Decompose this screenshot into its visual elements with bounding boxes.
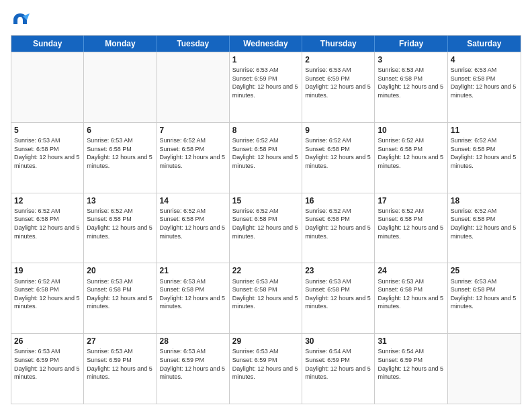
cell-info: Sunrise: 6:53 AM Sunset: 6:58 PM Dayligh…	[87, 136, 153, 170]
cell-info: Sunrise: 6:53 AM Sunset: 6:59 PM Dayligh…	[305, 66, 371, 99]
calendar-cell: 22Sunrise: 6:53 AM Sunset: 6:58 PM Dayli…	[230, 263, 302, 333]
calendar-cell: 1Sunrise: 6:53 AM Sunset: 6:59 PM Daylig…	[230, 52, 302, 122]
day-number: 3	[378, 54, 444, 65]
calendar-row-5: 26Sunrise: 6:53 AM Sunset: 6:59 PM Dayli…	[11, 333, 521, 404]
calendar-cell: 7Sunrise: 6:52 AM Sunset: 6:58 PM Daylig…	[157, 123, 230, 193]
cell-info: Sunrise: 6:53 AM Sunset: 6:58 PM Dayligh…	[378, 277, 444, 311]
cell-info: Sunrise: 6:52 AM Sunset: 6:58 PM Dayligh…	[87, 207, 153, 240]
cell-info: Sunrise: 6:53 AM Sunset: 6:58 PM Dayligh…	[232, 277, 299, 311]
cell-info: Sunrise: 6:53 AM Sunset: 6:59 PM Dayligh…	[232, 347, 299, 381]
calendar-cell: 11Sunrise: 6:52 AM Sunset: 6:58 PM Dayli…	[448, 123, 521, 193]
cell-info: Sunrise: 6:53 AM Sunset: 6:59 PM Dayligh…	[160, 347, 226, 381]
header-day-monday: Monday	[84, 36, 157, 52]
day-number: 15	[232, 195, 299, 206]
cell-info: Sunrise: 6:52 AM Sunset: 6:58 PM Dayligh…	[232, 207, 299, 240]
cell-info: Sunrise: 6:53 AM Sunset: 6:59 PM Dayligh…	[87, 347, 153, 381]
day-number: 30	[305, 336, 371, 347]
day-number: 20	[87, 265, 153, 276]
calendar-cell: 9Sunrise: 6:52 AM Sunset: 6:58 PM Daylig…	[302, 123, 375, 193]
header-day-wednesday: Wednesday	[230, 36, 302, 52]
day-number: 7	[160, 125, 226, 136]
calendar-cell: 17Sunrise: 6:52 AM Sunset: 6:58 PM Dayli…	[375, 193, 447, 263]
cell-info: Sunrise: 6:53 AM Sunset: 6:58 PM Dayligh…	[160, 277, 226, 311]
day-number: 8	[232, 125, 299, 136]
cell-info: Sunrise: 6:52 AM Sunset: 6:58 PM Dayligh…	[451, 207, 518, 240]
cell-info: Sunrise: 6:52 AM Sunset: 6:58 PM Dayligh…	[378, 136, 444, 170]
calendar-cell: 18Sunrise: 6:52 AM Sunset: 6:58 PM Dayli…	[448, 193, 521, 263]
calendar-cell	[157, 52, 230, 122]
day-number: 9	[305, 125, 371, 136]
cell-info: Sunrise: 6:52 AM Sunset: 6:58 PM Dayligh…	[160, 207, 226, 240]
page: SundayMondayTuesdayWednesdayThursdayFrid…	[0, 0, 532, 411]
cell-info: Sunrise: 6:53 AM Sunset: 6:58 PM Dayligh…	[14, 136, 81, 170]
calendar-cell: 6Sunrise: 6:53 AM Sunset: 6:58 PM Daylig…	[84, 123, 157, 193]
calendar-cell: 28Sunrise: 6:53 AM Sunset: 6:59 PM Dayli…	[157, 334, 230, 404]
calendar-cell: 29Sunrise: 6:53 AM Sunset: 6:59 PM Dayli…	[230, 334, 302, 404]
calendar-cell: 31Sunrise: 6:54 AM Sunset: 6:59 PM Dayli…	[375, 334, 447, 404]
cell-info: Sunrise: 6:53 AM Sunset: 6:58 PM Dayligh…	[451, 277, 518, 311]
cell-info: Sunrise: 6:53 AM Sunset: 6:58 PM Dayligh…	[378, 66, 444, 99]
calendar-row-3: 12Sunrise: 6:52 AM Sunset: 6:58 PM Dayli…	[11, 193, 521, 263]
day-number: 19	[14, 265, 81, 276]
cell-info: Sunrise: 6:54 AM Sunset: 6:59 PM Dayligh…	[305, 347, 371, 381]
header-day-friday: Friday	[375, 36, 447, 52]
day-number: 18	[451, 195, 518, 206]
calendar-cell: 24Sunrise: 6:53 AM Sunset: 6:58 PM Dayli…	[375, 263, 447, 333]
calendar-cell: 21Sunrise: 6:53 AM Sunset: 6:58 PM Dayli…	[157, 263, 230, 333]
day-number: 11	[451, 125, 518, 136]
calendar-cell: 16Sunrise: 6:52 AM Sunset: 6:58 PM Dayli…	[302, 193, 375, 263]
calendar-cell: 19Sunrise: 6:52 AM Sunset: 6:58 PM Dayli…	[11, 263, 84, 333]
cell-info: Sunrise: 6:52 AM Sunset: 6:58 PM Dayligh…	[160, 136, 226, 170]
cell-info: Sunrise: 6:53 AM Sunset: 6:59 PM Dayligh…	[232, 66, 299, 99]
day-number: 6	[87, 125, 153, 136]
cell-info: Sunrise: 6:52 AM Sunset: 6:58 PM Dayligh…	[305, 136, 371, 170]
day-number: 21	[160, 265, 226, 276]
day-number: 17	[378, 195, 444, 206]
day-number: 29	[232, 336, 299, 347]
calendar-cell: 12Sunrise: 6:52 AM Sunset: 6:58 PM Dayli…	[11, 193, 84, 263]
logo-icon	[11, 11, 30, 30]
calendar-cell	[84, 52, 157, 122]
calendar-row-4: 19Sunrise: 6:52 AM Sunset: 6:58 PM Dayli…	[11, 263, 521, 333]
day-number: 28	[160, 336, 226, 347]
day-number: 14	[160, 195, 226, 206]
calendar-cell: 30Sunrise: 6:54 AM Sunset: 6:59 PM Dayli…	[302, 334, 375, 404]
day-number: 4	[451, 54, 518, 65]
day-number: 13	[87, 195, 153, 206]
header-day-saturday: Saturday	[448, 36, 521, 52]
cell-info: Sunrise: 6:53 AM Sunset: 6:58 PM Dayligh…	[451, 66, 518, 99]
day-number: 22	[232, 265, 299, 276]
cell-info: Sunrise: 6:52 AM Sunset: 6:58 PM Dayligh…	[451, 136, 518, 170]
calendar-header: SundayMondayTuesdayWednesdayThursdayFrid…	[11, 36, 521, 52]
cell-info: Sunrise: 6:52 AM Sunset: 6:58 PM Dayligh…	[305, 207, 371, 240]
day-number: 27	[87, 336, 153, 347]
calendar-cell	[11, 52, 84, 122]
day-number: 5	[14, 125, 81, 136]
header-day-sunday: Sunday	[11, 36, 84, 52]
calendar-cell: 5Sunrise: 6:53 AM Sunset: 6:58 PM Daylig…	[11, 123, 84, 193]
cell-info: Sunrise: 6:52 AM Sunset: 6:58 PM Dayligh…	[378, 207, 444, 240]
day-number: 31	[378, 336, 444, 347]
day-number: 12	[14, 195, 81, 206]
logo	[11, 11, 32, 30]
day-number: 1	[232, 54, 299, 65]
day-number: 16	[305, 195, 371, 206]
calendar-cell: 23Sunrise: 6:53 AM Sunset: 6:58 PM Dayli…	[302, 263, 375, 333]
calendar-cell	[448, 334, 521, 404]
header-day-tuesday: Tuesday	[157, 36, 230, 52]
calendar: SundayMondayTuesdayWednesdayThursdayFrid…	[11, 35, 521, 404]
day-number: 26	[14, 336, 81, 347]
cell-info: Sunrise: 6:54 AM Sunset: 6:59 PM Dayligh…	[378, 347, 444, 381]
cell-info: Sunrise: 6:53 AM Sunset: 6:58 PM Dayligh…	[87, 277, 153, 311]
calendar-cell: 10Sunrise: 6:52 AM Sunset: 6:58 PM Dayli…	[375, 123, 447, 193]
day-number: 23	[305, 265, 371, 276]
calendar-cell: 3Sunrise: 6:53 AM Sunset: 6:58 PM Daylig…	[375, 52, 447, 122]
day-number: 25	[451, 265, 518, 276]
day-number: 10	[378, 125, 444, 136]
calendar-row-1: 1Sunrise: 6:53 AM Sunset: 6:59 PM Daylig…	[11, 52, 521, 122]
calendar-row-2: 5Sunrise: 6:53 AM Sunset: 6:58 PM Daylig…	[11, 122, 521, 193]
day-number: 24	[378, 265, 444, 276]
cell-info: Sunrise: 6:53 AM Sunset: 6:58 PM Dayligh…	[305, 277, 371, 311]
calendar-cell: 25Sunrise: 6:53 AM Sunset: 6:58 PM Dayli…	[448, 263, 521, 333]
cell-info: Sunrise: 6:52 AM Sunset: 6:58 PM Dayligh…	[14, 277, 81, 311]
